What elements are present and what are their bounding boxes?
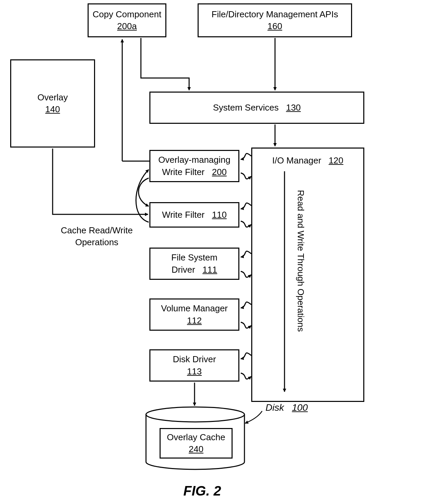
system-services-box: System Services 130	[149, 92, 364, 124]
overlay-cache-label: Overlay Cache	[167, 431, 225, 443]
volume-manager-ref: 112	[187, 315, 202, 327]
svg-point-1	[146, 407, 244, 422]
overlay-ref: 140	[45, 103, 60, 115]
copy-component-box: Copy Component 200a	[88, 3, 166, 37]
arrow-copy-to-system-services	[141, 38, 189, 90]
rw-through-label: Read and Write Through Operations	[295, 190, 306, 373]
volume-manager-box: Volume Manager 112	[149, 298, 239, 331]
system-services-label: System Services	[213, 102, 279, 113]
fs-driver-box: File System Driver 111	[149, 248, 239, 280]
cache-ops-label: Cache Read/Write Operations	[53, 225, 141, 248]
apis-label: File/Directory Management APIs	[212, 8, 338, 20]
copy-component-label: Copy Component	[93, 8, 161, 20]
copy-component-ref: 200a	[117, 20, 137, 32]
overlay-cache-box: Overlay Cache 240	[160, 428, 233, 459]
figure-label: FIG. 2	[183, 483, 221, 499]
io-manager-row: I/O Manager 120	[272, 155, 344, 167]
system-services-row: System Services 130	[213, 102, 301, 114]
io-manager-box: I/O Manager 120	[251, 148, 364, 402]
disk-driver-ref: 113	[187, 366, 202, 377]
write-filter-box: Write Filter 110	[149, 202, 239, 228]
write-filter-label: Write Filter	[162, 210, 204, 220]
io-manager-ref: 120	[329, 155, 343, 166]
arrow-overlay-to-wf	[53, 149, 148, 214]
leader-disk-label	[245, 411, 262, 423]
volume-manager-label: Volume Manager	[161, 303, 228, 314]
system-services-ref: 130	[286, 102, 300, 113]
io-manager-label: I/O Manager	[272, 155, 322, 166]
disk-driver-box: Disk Driver 113	[149, 349, 239, 382]
write-filter-ref: 110	[212, 210, 226, 220]
overlay-managing-wf-box: Overlay-managing Write Filter 200	[149, 150, 239, 182]
disk-driver-label: Disk Driver	[173, 353, 216, 365]
overlay-box: Overlay 140	[10, 59, 95, 148]
overlay-managing-wf-line1: Overlay-managing	[158, 154, 230, 166]
overlay-managing-wf-line2: Write Filter 200	[162, 166, 226, 178]
disk-label: Disk 100	[266, 402, 308, 413]
apis-ref: 160	[268, 20, 282, 32]
apis-box: File/Directory Management APIs 160	[198, 3, 352, 37]
fs-driver-line1: File System	[171, 252, 218, 264]
overlay-label: Overlay	[37, 92, 68, 103]
overlay-cache-ref: 240	[189, 443, 203, 455]
